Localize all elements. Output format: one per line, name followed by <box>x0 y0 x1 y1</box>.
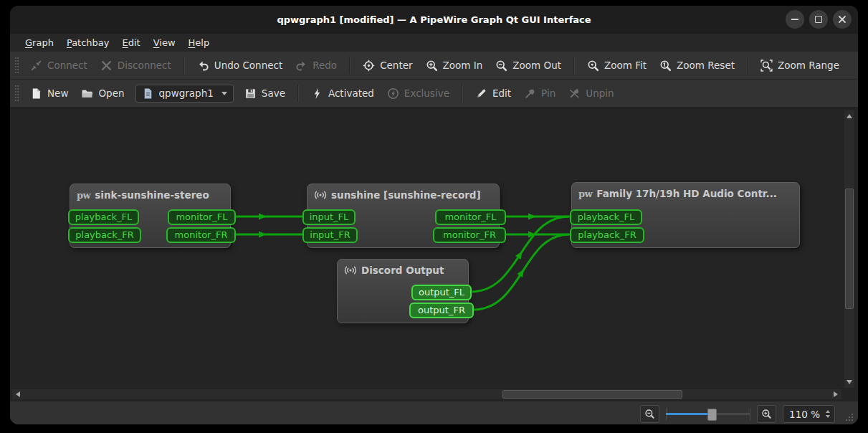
scroll-down-button[interactable] <box>844 377 854 387</box>
spin-down-button[interactable] <box>826 415 830 418</box>
statusbar: 110 % <box>10 401 858 424</box>
exclusive-button: Exclusive <box>381 84 456 103</box>
undo-connect-button[interactable]: Undo Connect <box>191 56 289 75</box>
connection-wires <box>10 108 858 401</box>
toolbar-drag-handle[interactable] <box>14 57 19 74</box>
zoom-spinbox[interactable]: 110 % <box>783 405 835 423</box>
port-monitor-fr[interactable]: monitor_FR <box>166 227 236 243</box>
spinbox-arrows <box>824 409 831 419</box>
zoom-out-button[interactable]: Zoom Out <box>489 56 568 75</box>
zoom-in-button[interactable]: Zoom In <box>419 56 490 75</box>
connect-label: Connect <box>47 60 87 71</box>
circled-bolt-icon <box>387 87 399 100</box>
save-button[interactable]: Save <box>238 84 292 103</box>
port-monitor-fl[interactable]: monitor_FL <box>168 209 236 225</box>
redo-label: Redo <box>313 60 337 71</box>
zoom-in-icon <box>761 409 772 419</box>
scroll-left-button[interactable] <box>13 389 23 399</box>
graph-canvas[interactable]: pw sink-sunshine-stereo playback_FL play… <box>10 108 858 401</box>
minimize-button[interactable] <box>786 10 804 29</box>
node-title-text: sink-sunshine-stereo <box>95 189 209 201</box>
new-file-icon <box>30 87 42 100</box>
unpin-label: Unpin <box>586 87 614 99</box>
node-discord-output[interactable]: Discord Output output_FL output_FR <box>337 259 469 323</box>
zoom-fit-label: Zoom Fit <box>604 60 647 71</box>
triangle-right-icon <box>834 391 838 397</box>
zoom-slider-fill <box>666 413 710 415</box>
undo-icon <box>197 60 209 72</box>
port-playback-fr[interactable]: playback_FR <box>570 227 644 243</box>
center-button[interactable]: Center <box>356 56 419 75</box>
vertical-scrollbar[interactable] <box>844 110 855 389</box>
save-icon <box>244 87 257 100</box>
port-output-fr[interactable]: output_FR <box>409 303 474 318</box>
horizontal-scrollbar-thumb[interactable] <box>502 390 682 399</box>
unpin-icon <box>568 87 581 100</box>
port-playback-fl[interactable]: playback_FL <box>570 209 642 225</box>
zoom-slider-handle[interactable] <box>707 409 717 421</box>
close-icon <box>838 15 846 24</box>
node-title: Discord Output <box>338 260 468 276</box>
zoom-in-label: Zoom In <box>443 60 483 71</box>
toolbar-separator <box>747 57 748 74</box>
zoom-fit-button[interactable]: Zoom Fit <box>581 56 653 75</box>
disconnect-button: Disconnect <box>94 56 178 75</box>
node-family-hd-audio[interactable]: pw Family 17h/19h HD Audio Contr... play… <box>571 182 800 248</box>
statusbar-zoom-out-button[interactable] <box>640 405 659 423</box>
titlebar: qpwgraph1 [modified] — A PipeWire Graph … <box>10 6 858 34</box>
triangle-up-icon <box>846 114 852 118</box>
menu-patchbay[interactable]: Patchbay <box>60 34 116 52</box>
node-title-text: sunshine [sunshine-record] <box>331 189 481 201</box>
zoom-range-icon <box>760 60 773 72</box>
port-input-fl[interactable]: input_FL <box>302 209 356 225</box>
new-button[interactable]: New <box>24 84 75 103</box>
port-monitor-fl[interactable]: monitor_FL <box>435 209 506 225</box>
open-button[interactable]: Open <box>75 84 130 103</box>
vertical-scrollbar-thumb[interactable] <box>845 189 854 309</box>
zoom-value: 110 % <box>789 409 820 420</box>
open-folder-icon <box>81 87 93 100</box>
maximize-button[interactable] <box>809 10 828 29</box>
horizontal-scrollbar[interactable] <box>11 389 842 400</box>
toolbar-separator <box>349 57 350 74</box>
zoom-range-button[interactable]: Zoom Range <box>754 56 846 75</box>
edit-button[interactable]: Edit <box>469 84 518 103</box>
pin-label: Pin <box>541 87 555 99</box>
redo-icon <box>295 60 307 72</box>
zoom-out-label: Zoom Out <box>512 60 561 71</box>
zoom-reset-button[interactable]: Zoom Reset <box>653 56 741 75</box>
menu-graph[interactable]: Graph <box>19 34 60 52</box>
node-title-text: Discord Output <box>361 265 444 276</box>
port-playback-fl[interactable]: playback_FL <box>68 209 139 225</box>
close-button[interactable] <box>833 10 852 29</box>
activated-button[interactable]: Activated <box>305 84 381 103</box>
scroll-right-button[interactable] <box>831 389 841 399</box>
statusbar-zoom-in-button[interactable] <box>757 405 776 423</box>
zoom-out-icon <box>495 60 507 72</box>
pencil-icon <box>475 87 487 100</box>
zoom-in-icon <box>426 60 438 72</box>
resize-grip[interactable] <box>844 412 854 422</box>
patchbay-file-combobox[interactable]: qpwgraph1 <box>135 85 234 103</box>
patchbay-toolbar: New Open qpwgraph1 Save Activated Exclus… <box>10 80 858 108</box>
undo-connect-label: Undo Connect <box>214 60 282 71</box>
redo-button: Redo <box>289 56 343 75</box>
menu-view[interactable]: View <box>147 34 182 52</box>
toolbar-separator <box>573 57 575 74</box>
connect-icon <box>30 60 42 72</box>
bolt-icon <box>311 87 323 100</box>
window-title: qpwgraph1 [modified] — A PipeWire Graph … <box>10 6 858 34</box>
port-monitor-fr[interactable]: monitor_FR <box>433 227 506 243</box>
menu-help[interactable]: Help <box>182 34 216 52</box>
node-sink-sunshine-stereo[interactable]: pw sink-sunshine-stereo playback_FL play… <box>70 184 231 248</box>
port-input-fr[interactable]: input_FR <box>302 227 358 243</box>
toolbar-drag-handle[interactable] <box>14 85 19 102</box>
maximize-icon <box>815 16 822 23</box>
node-sunshine[interactable]: sunshine [sunshine-record] input_FL inpu… <box>307 184 500 248</box>
port-output-fl[interactable]: output_FL <box>411 285 472 300</box>
spin-up-button[interactable] <box>826 410 830 413</box>
scroll-up-button[interactable] <box>844 111 854 121</box>
menu-edit[interactable]: Edit <box>116 34 147 52</box>
port-playback-fr[interactable]: playback_FR <box>68 227 141 243</box>
zoom-slider[interactable] <box>666 406 750 422</box>
